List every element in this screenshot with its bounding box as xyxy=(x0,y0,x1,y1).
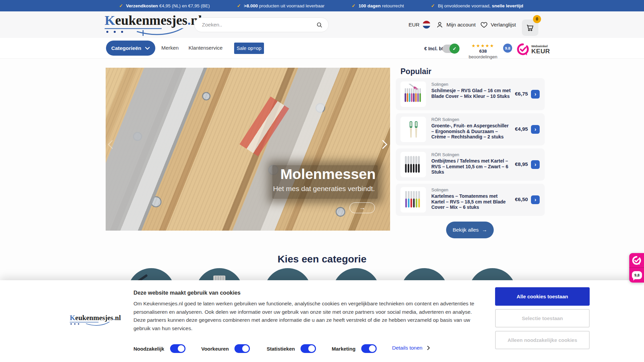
chevron-down-icon xyxy=(145,47,150,50)
product-price: €8,95 xyxy=(515,161,528,167)
noodzakelijk-toggle[interactable] xyxy=(170,344,185,353)
usp-text: Verzendkosten €4,95 (NL) en €7,95 (BE) xyxy=(126,3,210,8)
cookie-title: Deze website maakt gebruik van cookies xyxy=(133,290,240,296)
usp-text: >8.000 producten uit voorraad leverbaar xyxy=(244,3,325,8)
product-goto-button[interactable]: › xyxy=(531,195,540,204)
user-icon xyxy=(436,21,443,28)
product-title: Schilmesje – RVS Glad – 16 cm met Blade … xyxy=(431,88,511,99)
sale-button[interactable]: Sale op=op xyxy=(234,43,264,54)
product-price: €6,50 xyxy=(515,196,528,202)
keur-wordmark: Webwinkel KEUR xyxy=(531,45,550,54)
cart-count-badge: 0 xyxy=(533,15,541,23)
chevron-right-icon xyxy=(382,139,387,149)
toggle-label: Marketing xyxy=(332,346,356,352)
check-icon: ✓ xyxy=(431,3,435,8)
nav-item-klantenservice[interactable]: Klantenservice xyxy=(189,45,223,51)
product-brand: Solingen xyxy=(431,187,448,192)
currency-label: EUR xyxy=(409,22,420,28)
usp-stock: ✓ >8.000 producten uit voorraad leverbaa… xyxy=(237,3,324,8)
product-thumbnail xyxy=(400,81,426,107)
chevron-right-icon xyxy=(427,346,430,350)
check-icon: ✓ xyxy=(352,3,356,8)
product-goto-button[interactable]: › xyxy=(531,90,540,99)
carousel-next-button[interactable] xyxy=(382,139,387,151)
product-thumbnail xyxy=(400,187,426,213)
popular-heading: Populair xyxy=(400,67,431,76)
details-link[interactable]: Details tonen xyxy=(392,345,430,351)
wishlist-link[interactable]: Verlanglijst xyxy=(480,11,516,38)
product-goto-button[interactable]: › xyxy=(531,160,540,169)
marketing-toggle[interactable] xyxy=(361,344,377,353)
nl-flag-icon xyxy=(423,21,430,28)
logo-swoosh-icon xyxy=(105,28,184,36)
details-label: Details tonen xyxy=(392,345,422,351)
usp-text: Bij onvoldoende voorraad, snelle leverti… xyxy=(438,3,523,8)
nav-item-merken[interactable]: Merken xyxy=(161,45,179,51)
categories-heading: Kies een categorie xyxy=(0,253,644,265)
toggle-label: Noodzakelijk xyxy=(133,346,164,352)
accept-all-cookies-button[interactable]: Alle cookies toestaan xyxy=(495,287,590,306)
site-logo[interactable]: Keukenmesjes.nl xyxy=(105,14,202,27)
product-title: Groente-, Fruit- en Aspergeschiller – Er… xyxy=(431,123,511,140)
product-brand: Solingen xyxy=(431,82,448,87)
cookie-banner: Keukenmesjes.nl Deze website maakt gebru… xyxy=(0,280,644,362)
reviews-widget[interactable]: ★★★★★ 638 beoordelingen xyxy=(466,44,500,60)
toggle-group-voorkeuren: Voorkeuren xyxy=(201,344,250,353)
account-label: Mijn account xyxy=(446,22,476,28)
wishlist-label: Verlanglijst xyxy=(491,22,516,28)
arrow-right-icon: → xyxy=(482,227,487,233)
chevron-left-icon xyxy=(108,139,113,149)
search-icon[interactable] xyxy=(316,21,323,28)
topbar-usp-list: ✓ Verzendkosten €4,95 (NL) en €7,95 (BE)… xyxy=(119,3,523,8)
product-goto-button[interactable]: › xyxy=(531,125,540,134)
categories-button[interactable]: Categorieën xyxy=(106,41,155,56)
toggle-group-statistieken: Statistieken xyxy=(267,344,316,353)
search-input[interactable] xyxy=(202,18,313,32)
toggle-group-noodzakelijk: Noodzakelijk xyxy=(133,344,185,353)
product-title: Ontbijtmes / Tafelmes met Kartel – RVS –… xyxy=(431,158,511,175)
currency-selector[interactable]: EUR xyxy=(409,11,430,38)
table-knife-set-image xyxy=(403,154,424,175)
product-price: €6,75 xyxy=(515,91,528,97)
page: ✓ Verzendkosten €4,95 (NL) en €7,95 (BE)… xyxy=(0,0,644,362)
view-all-button[interactable]: Bekijk alles → xyxy=(446,222,494,238)
usp-text: 100 dagen retourrecht xyxy=(359,3,404,8)
voorkeuren-toggle[interactable] xyxy=(234,344,250,353)
knife-set-image xyxy=(403,84,424,105)
reviews-label: beoordelingen xyxy=(469,54,497,59)
statistieken-toggle[interactable] xyxy=(301,344,316,353)
webwinkelkeur-floating-badge[interactable]: 9,8 xyxy=(629,253,644,283)
arrow-right-icon: → xyxy=(359,204,366,212)
hero-knife-accent xyxy=(239,97,289,157)
star-rating-icon: ★★★★★ xyxy=(466,44,500,48)
keur-emblem-icon xyxy=(629,253,644,268)
product-card[interactable]: Solingen Schilmesje – RVS Glad – 16 cm m… xyxy=(396,78,545,110)
hero-subtitle: Het mes dat generaties verbindt. xyxy=(273,185,377,193)
usp-returns: ✓ 100 dagen retourrecht xyxy=(352,3,404,8)
account-link[interactable]: Mijn account xyxy=(436,11,476,38)
product-card[interactable]: Solingen Kartelmes – Tomatenmes met Kart… xyxy=(396,184,545,216)
product-card[interactable]: RÖR Solingen Groente-, Fruit- en Asperge… xyxy=(396,113,545,145)
search-box xyxy=(194,17,329,32)
accept-selection-button[interactable]: Selectie toestaan xyxy=(495,309,590,327)
hero-cta-button[interactable]: → xyxy=(350,202,375,213)
product-price: €4,95 xyxy=(515,126,528,132)
check-icon: ✓ xyxy=(452,46,457,51)
product-thumbnail xyxy=(400,152,426,177)
toggle-label: Statistieken xyxy=(267,346,295,352)
toggle-knob xyxy=(308,345,315,352)
usp-shipping: ✓ Verzendkosten €4,95 (NL) en €7,95 (BE) xyxy=(119,3,210,8)
carousel-prev-button[interactable] xyxy=(108,139,113,151)
view-all-label: Bekijk alles xyxy=(452,227,479,233)
toggle-knob xyxy=(178,345,184,352)
webwinkelkeur-logo[interactable]: Webwinkel KEUR xyxy=(517,43,550,56)
toggle-label: Voorkeuren xyxy=(201,346,229,352)
hero-carousel: Molenmessen Het mes dat generaties verbi… xyxy=(106,68,390,231)
product-card[interactable]: RÖR Solingen Ontbijtmes / Tafelmes met K… xyxy=(396,148,545,181)
vat-toggle[interactable]: ✓ xyxy=(442,45,459,53)
necessary-only-button[interactable]: Alleen noodzakelijke cookies xyxy=(495,331,590,349)
topbar: ✓ Verzendkosten €4,95 (NL) en €7,95 (BE)… xyxy=(0,0,644,11)
check-icon: ✓ xyxy=(237,3,241,8)
rating-badge[interactable]: 9.8 xyxy=(503,44,512,53)
usp-delivery: ✓ Bij onvoldoende voorraad, snelle lever… xyxy=(431,3,523,8)
